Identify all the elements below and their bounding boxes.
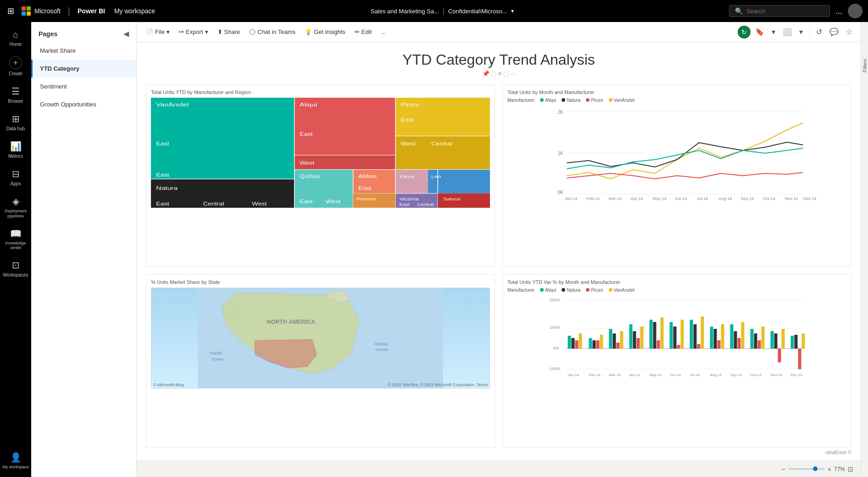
sensitivity-chevron[interactable]: ▾ <box>511 8 514 14</box>
line-chart-legend: Manufacturer Aliqui Natura Pirum VanArsd… <box>507 98 846 103</box>
treemap-visual[interactable]: VanArsdel East Central West East <box>151 98 490 208</box>
sidebar-item-datahub[interactable]: ⊞ Data hub <box>0 110 31 135</box>
collapse-pages-button[interactable]: ◀ <box>123 29 129 38</box>
svg-rect-130 <box>762 327 765 349</box>
svg-text:Mar-14: Mar-14 <box>609 373 621 377</box>
home-icon: ⌂ <box>13 29 18 40</box>
svg-text:East: East <box>358 186 372 191</box>
sidebar-item-myworkspace[interactable]: 👤 My workspace <box>0 448 31 473</box>
svg-rect-108 <box>653 322 657 349</box>
filters-panel[interactable]: Filters <box>861 22 868 477</box>
line-chart-title: Total Units by Month and Manufacturer <box>507 89 846 95</box>
zoom-out-button[interactable]: − <box>782 466 785 473</box>
svg-text:Feb-14: Feb-14 <box>589 373 601 377</box>
map-visual[interactable]: NORTH AMERICA Pacific Ocean Atlantic Oce… <box>151 288 490 388</box>
svg-rect-101 <box>617 343 620 349</box>
export-button[interactable]: ↦ Export ▾ <box>175 26 212 38</box>
zoom-in-button[interactable]: + <box>828 466 831 473</box>
page-item-sentiment[interactable]: Sentiment <box>31 78 136 95</box>
svg-rect-114 <box>681 320 684 349</box>
browse-icon: ☰ <box>11 86 20 97</box>
svg-rect-0 <box>151 98 295 179</box>
svg-text:Victoria: Victoria <box>399 197 419 201</box>
sidebar-item-browse[interactable]: ☰ Browse <box>0 82 31 108</box>
comment-button[interactable]: 💬 <box>827 25 841 39</box>
bar-chart-svg[interactable]: 200% 100% 0% -100% <box>507 294 846 377</box>
more-toolbar-button[interactable]: ... <box>377 26 389 38</box>
refresh-button[interactable]: ↻ <box>738 26 751 39</box>
toolbar: 📄 File ▾ ↦ Export ▾ ⬆ Share ⬡ Chat in Te… <box>137 22 861 42</box>
file-button[interactable]: 📄 File ▾ <box>142 26 173 38</box>
svg-rect-126 <box>741 322 745 349</box>
avatar[interactable] <box>848 4 862 18</box>
svg-text:Ocean: Ocean <box>211 357 223 361</box>
apps-icon: ⊟ <box>12 168 20 179</box>
sidebar-item-deployment[interactable]: ◈ Deployment pipelines <box>0 192 31 222</box>
grid-icon[interactable]: ⊞ <box>6 4 16 18</box>
svg-rect-118 <box>701 316 704 349</box>
svg-text:East: East <box>401 117 414 123</box>
page-item-growth[interactable]: Growth Opportunities <box>31 95 136 113</box>
svg-text:Central: Central <box>417 202 434 206</box>
view-button[interactable]: ⬜ <box>780 25 795 39</box>
svg-text:West: West <box>252 201 267 207</box>
zoom-handle[interactable] <box>813 466 818 471</box>
svg-text:Ocean: Ocean <box>375 347 388 352</box>
svg-rect-99 <box>609 329 612 349</box>
search-box[interactable]: 🔍 <box>729 5 830 17</box>
ms-logo-squares <box>22 6 31 16</box>
zoom-slider[interactable] <box>788 468 825 470</box>
svg-text:VanArsdel: VanArsdel <box>156 102 189 108</box>
line-chart-section: Total Units by Month and Manufacturer Ma… <box>502 84 851 267</box>
svg-rect-127 <box>751 329 754 349</box>
svg-text:Dec-14: Dec-14 <box>791 373 803 377</box>
fit-page-button[interactable]: ⊡ <box>848 466 853 473</box>
star-button[interactable]: ☆ <box>843 25 855 39</box>
edit-button[interactable]: ✏ Edit <box>351 26 375 38</box>
insights-icon: 💡 <box>305 28 312 35</box>
bar-chart-title: Total Units YTD Var % by Month and Manuf… <box>507 279 846 285</box>
svg-rect-117 <box>697 344 701 349</box>
chat-in-teams-button[interactable]: ⬡ Chat in Teams <box>245 25 299 39</box>
svg-rect-111 <box>670 322 673 349</box>
svg-text:Natura: Natura <box>156 185 178 191</box>
line-chart-svg[interactable]: 2K 1K 0K <box>507 105 846 201</box>
svg-rect-95 <box>589 338 592 349</box>
sidebar-item-workspaces[interactable]: ⊡ Workspaces <box>0 256 31 282</box>
sidebar-item-home[interactable]: ⌂ Home <box>0 26 31 51</box>
search-input[interactable] <box>746 8 820 15</box>
svg-text:-100%: -100% <box>549 366 561 371</box>
sidebar-item-knowledge[interactable]: 📖 Knowledge center <box>0 224 31 255</box>
svg-rect-121 <box>718 340 721 349</box>
svg-rect-120 <box>714 329 717 349</box>
sidebar-item-apps[interactable]: ⊟ Apps <box>0 165 31 190</box>
svg-text:1K: 1K <box>558 151 564 156</box>
sidebar-item-create[interactable]: + Create <box>0 53 31 80</box>
share-button[interactable]: ⬆ Share <box>214 26 244 38</box>
sidebar-item-metrics[interactable]: 📊 Metrics <box>0 137 31 163</box>
zoom-level: 77% <box>834 466 845 472</box>
knowledge-icon: 📖 <box>10 228 22 239</box>
bookmark-chevron[interactable]: ▾ <box>769 25 778 39</box>
workspace-breadcrumb[interactable]: My workspace <box>114 7 155 15</box>
sidebar: ⌂ Home + Create ☰ Browse ⊞ Data hub 📊 Me… <box>0 22 31 477</box>
myworkspace-icon: 👤 <box>10 452 22 463</box>
view-chevron[interactable]: ▾ <box>796 25 806 39</box>
map-section: % Units Market Share by State <box>146 274 495 448</box>
svg-text:Pacific: Pacific <box>210 351 223 355</box>
ms-logo: Microsoft <box>22 6 61 16</box>
reload-button[interactable]: ↺ <box>813 25 825 39</box>
bookmark-button[interactable]: 🔖 <box>752 25 767 39</box>
page-item-ytd-category[interactable]: YTD Category <box>31 60 136 78</box>
page-item-market-share[interactable]: Market Share <box>31 42 136 60</box>
svg-text:May-14: May-14 <box>650 373 662 377</box>
svg-text:Fama: Fama <box>399 174 415 179</box>
get-insights-button[interactable]: 💡 Get insights <box>301 26 349 38</box>
svg-rect-97 <box>596 340 600 349</box>
status-bar: − + 77% ⊡ <box>137 460 861 477</box>
svg-text:Aug-14: Aug-14 <box>710 373 722 377</box>
svg-rect-109 <box>657 340 660 349</box>
svg-text:Apr-14: Apr-14 <box>631 196 643 201</box>
svg-rect-124 <box>734 331 737 349</box>
more-options-button[interactable]: ... <box>835 6 842 16</box>
